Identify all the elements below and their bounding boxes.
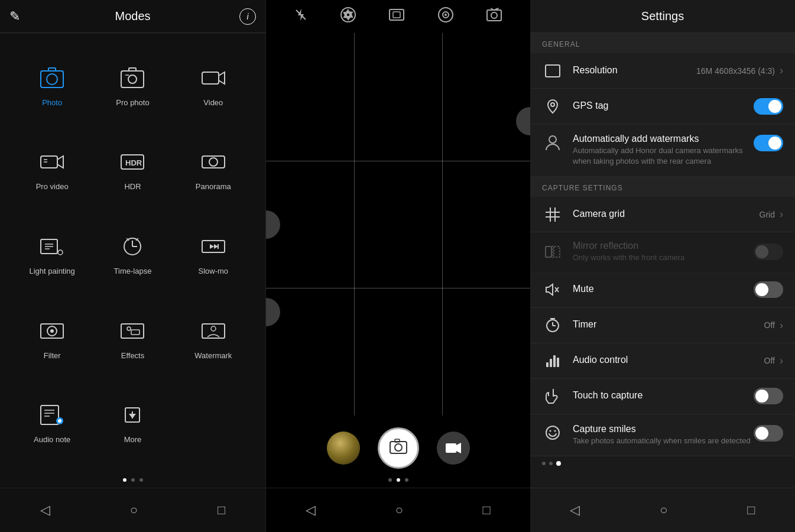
- square-cam-icon[interactable]: [388, 7, 405, 27]
- camera-viewfinder: ◁ ○ □: [266, 0, 530, 532]
- circle-dot-icon[interactable]: [437, 7, 454, 27]
- mode-slowmo[interactable]: Slow-mo: [173, 213, 254, 298]
- mode-photo[interactable]: Photo: [12, 45, 92, 129]
- camera-recent-button[interactable]: □: [470, 498, 502, 523]
- settings-item-mute[interactable]: Mute: [530, 273, 795, 308]
- svg-rect-39: [41, 406, 59, 424]
- light-painting-icon: [40, 236, 64, 261]
- capture-smiles-content: Capture smiles Take photos automatically…: [573, 424, 754, 446]
- camera-grid-chevron: ›: [780, 208, 783, 220]
- settings-back-button[interactable]: ◁: [558, 498, 592, 523]
- effects-icon: [121, 320, 144, 345]
- audio-note-icon: [40, 404, 64, 429]
- watermarks-toggle[interactable]: [754, 135, 783, 151]
- mode-more[interactable]: More: [92, 382, 173, 466]
- settings-recent-button[interactable]: □: [735, 498, 767, 523]
- settings-item-watermarks[interactable]: Automatically add watermarks Automatical…: [530, 124, 795, 177]
- capture-smiles-toggle[interactable]: [754, 425, 783, 442]
- resolution-title: Resolution: [573, 65, 696, 76]
- audio-control-title: Audio control: [573, 355, 764, 365]
- mode-panorama[interactable]: Panorama: [173, 129, 254, 214]
- camera-controls: [266, 416, 530, 475]
- mode-video[interactable]: Video: [173, 45, 254, 129]
- mute-toggle[interactable]: [754, 281, 783, 298]
- svg-marker-28: [210, 244, 214, 249]
- info-icon[interactable]: i: [239, 8, 256, 25]
- resolution-value: 16M 4608x3456 (4:3): [696, 66, 775, 76]
- touch-capture-toggle[interactable]: [754, 388, 783, 404]
- resolution-chevron: ›: [780, 64, 783, 77]
- settings-item-audio-control[interactable]: Audio control Off ›: [530, 343, 795, 379]
- mute-toggle-thumb: [755, 283, 768, 296]
- svg-marker-10: [57, 156, 63, 168]
- photo-icon: [40, 67, 64, 92]
- svg-point-65: [549, 136, 556, 143]
- settings-item-resolution[interactable]: Resolution 16M 4608x3456 (4:3) ›: [530, 53, 795, 89]
- mode-filter[interactable]: Filter: [12, 298, 92, 382]
- left-arrow: [266, 210, 280, 239]
- modes-dot-1: [123, 478, 126, 482]
- watermarks-subtitle: Automatically add Honor dual camera wate…: [573, 145, 754, 167]
- settings-item-camera-grid[interactable]: Camera grid Grid ›: [530, 197, 795, 232]
- mode-timelapse[interactable]: Time-lapse: [92, 213, 173, 298]
- pencil-icon[interactable]: ✎: [9, 9, 20, 24]
- mode-hdr[interactable]: HDR HDR: [92, 129, 173, 214]
- pro-video-icon: [40, 151, 64, 176]
- mode-pro-photo[interactable]: Pro photo: [92, 45, 173, 129]
- camera-back-button[interactable]: ◁: [294, 498, 327, 523]
- thumbnail-button[interactable]: [327, 432, 360, 465]
- audio-control-right: Off ›: [764, 355, 783, 367]
- svg-rect-56: [487, 10, 501, 21]
- shutter-icon[interactable]: [340, 7, 356, 27]
- settings-item-gps[interactable]: GPS tag: [530, 89, 795, 124]
- resolution-content: Resolution: [573, 65, 696, 77]
- gps-content: GPS tag: [573, 100, 754, 112]
- svg-point-4: [128, 75, 137, 83]
- svg-point-38: [211, 326, 216, 331]
- svg-point-16: [209, 158, 218, 166]
- settings-panel: Settings GENERAL Resolution 16M 4608x345…: [530, 0, 795, 532]
- svg-point-85: [554, 430, 556, 432]
- video-record-button[interactable]: [437, 432, 470, 465]
- modes-back-button[interactable]: ◁: [28, 498, 62, 523]
- gps-toggle[interactable]: [754, 98, 783, 115]
- settings-home-button[interactable]: ○: [648, 498, 679, 523]
- timer-title: Timer: [573, 319, 764, 330]
- touch-capture-title: Touch to capture: [573, 390, 754, 401]
- cam-flip-icon[interactable]: [486, 7, 502, 27]
- svg-marker-49: [298, 9, 304, 21]
- svg-marker-29: [214, 244, 218, 249]
- viewfinder-area: [266, 33, 530, 416]
- camera-grid-right: Grid ›: [760, 208, 783, 220]
- mode-effects[interactable]: Effects: [92, 298, 173, 382]
- mute-content: Mute: [573, 284, 754, 296]
- flash-off-icon[interactable]: [294, 8, 308, 25]
- modes-home-button[interactable]: ○: [118, 498, 150, 523]
- settings-item-timer[interactable]: Timer Off ›: [530, 308, 795, 343]
- settings-item-capture-smiles[interactable]: Capture smiles Take photos automatically…: [530, 414, 795, 456]
- mode-pro-video[interactable]: Pro video: [12, 129, 92, 214]
- mode-light-painting[interactable]: Light painting: [12, 213, 92, 298]
- shutter-button[interactable]: [378, 427, 419, 469]
- mode-watermark[interactable]: Watermark: [173, 298, 254, 382]
- settings-item-touch-capture[interactable]: Touch to capture: [530, 379, 795, 414]
- camera-dot-3: [405, 478, 408, 482]
- svg-point-59: [395, 444, 402, 451]
- grid-line-v1: [354, 33, 355, 416]
- modes-recent-button[interactable]: □: [206, 498, 237, 523]
- svg-point-44: [58, 419, 61, 423]
- mode-audio-note[interactable]: Audio note: [12, 382, 92, 466]
- capture-section-header: CAPTURE SETTINGS: [530, 177, 795, 197]
- video-icon: [202, 67, 225, 92]
- grid-line-h1: [266, 161, 530, 161]
- audio-control-chevron: ›: [780, 355, 783, 367]
- touch-capture-toggle-thumb: [755, 390, 768, 403]
- grid-line-v2: [442, 33, 443, 416]
- mirror-title: Mirror reflection: [573, 241, 754, 251]
- svg-rect-61: [446, 443, 456, 453]
- camera-home-button[interactable]: ○: [384, 498, 415, 523]
- hdr-icon: HDR: [121, 151, 144, 176]
- mode-panorama-label: Panorama: [196, 182, 231, 191]
- capture-smiles-icon: [542, 425, 563, 440]
- settings-body: GENERAL Resolution 16M 4608x3456 (4:3) ›: [530, 33, 795, 488]
